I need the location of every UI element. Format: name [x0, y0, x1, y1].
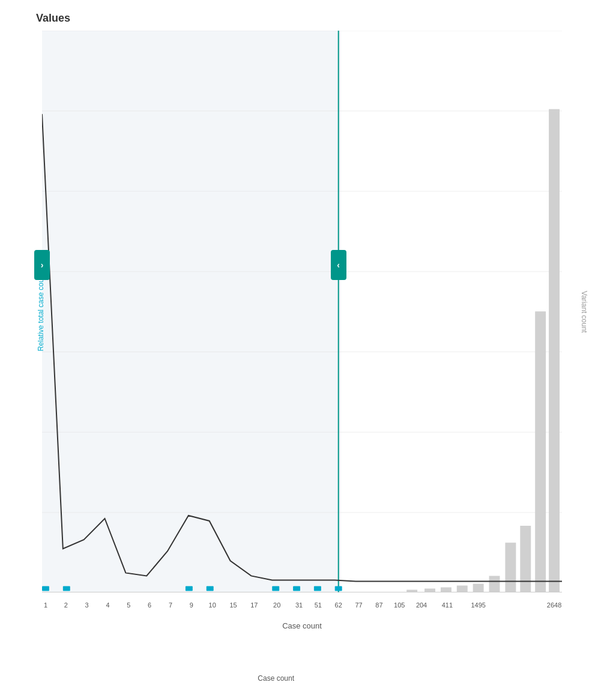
svg-text:62: 62	[335, 601, 342, 609]
svg-text:9: 9	[190, 601, 193, 609]
left-handle-arrow: ›	[41, 260, 44, 270]
svg-rect-40	[207, 586, 214, 591]
svg-rect-38	[63, 586, 70, 591]
right-range-handle[interactable]: ‹	[331, 250, 346, 280]
svg-text:204: 204	[416, 601, 427, 609]
svg-text:4: 4	[106, 601, 109, 609]
svg-rect-37	[42, 586, 49, 591]
svg-text:1: 1	[44, 601, 47, 609]
svg-rect-34	[424, 589, 435, 592]
left-axis-label: Relative total case count	[37, 273, 45, 352]
svg-text:2: 2	[64, 601, 68, 609]
svg-text:2648: 2648	[547, 601, 561, 609]
svg-text:7: 7	[169, 601, 172, 609]
x-axis-label: Case count	[258, 674, 294, 683]
chart-area: Relative total case count Variant count …	[42, 31, 562, 647]
svg-rect-26	[549, 109, 560, 592]
svg-text:6: 6	[148, 601, 151, 609]
svg-text:10: 10	[209, 601, 216, 609]
svg-text:411: 411	[442, 601, 453, 609]
svg-rect-35	[406, 590, 417, 592]
svg-rect-41	[272, 586, 279, 591]
svg-text:3: 3	[85, 601, 89, 609]
svg-text:20: 20	[273, 601, 280, 609]
svg-rect-0	[42, 31, 341, 592]
svg-text:51: 51	[315, 601, 322, 609]
svg-rect-43	[314, 586, 321, 591]
svg-text:31: 31	[295, 601, 303, 609]
chart-title: Values	[36, 12, 562, 25]
svg-rect-42	[293, 586, 300, 591]
svg-rect-31	[473, 583, 484, 592]
svg-text:5: 5	[127, 601, 130, 609]
svg-text:17: 17	[250, 601, 258, 609]
svg-text:Case count: Case count	[282, 621, 322, 630]
chart-container: Values Relative total case count Variant…	[0, 0, 598, 700]
svg-rect-44	[335, 586, 342, 591]
svg-text:77: 77	[355, 601, 362, 609]
svg-rect-27	[535, 311, 546, 592]
right-axis-label: Variant count	[580, 291, 588, 333]
svg-rect-28	[520, 526, 531, 592]
svg-rect-33	[441, 588, 452, 592]
svg-text:15: 15	[229, 601, 237, 609]
svg-rect-39	[186, 586, 193, 591]
svg-rect-30	[489, 576, 500, 592]
left-range-handle[interactable]: ›	[34, 250, 50, 280]
svg-rect-29	[505, 543, 516, 592]
svg-rect-32	[457, 586, 468, 592]
svg-text:105: 105	[394, 601, 405, 609]
svg-text:1495: 1495	[471, 601, 485, 609]
right-handle-arrow: ‹	[337, 260, 340, 270]
svg-text:87: 87	[375, 601, 382, 609]
main-chart: 60% 50% 40% 30% 20% 10% % 35 30 25 20 15…	[42, 31, 562, 647]
